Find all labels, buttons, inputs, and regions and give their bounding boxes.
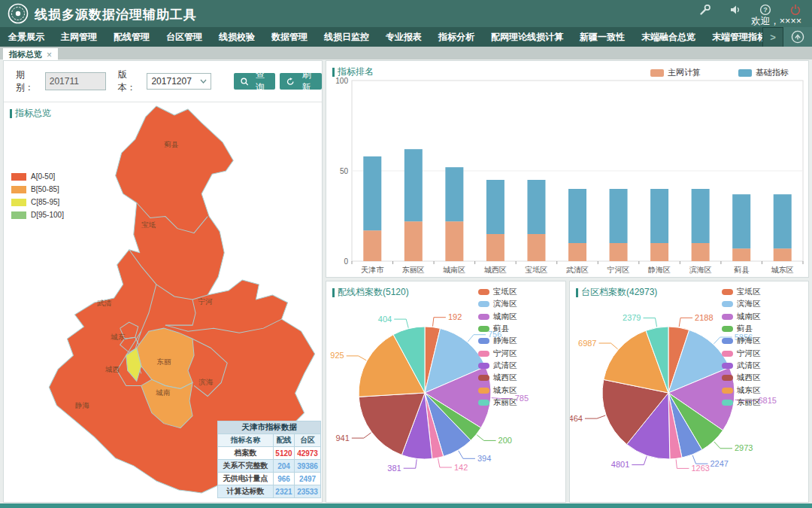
pie-legend-item-蓟县[interactable]: 蓟县 xyxy=(722,323,761,335)
legend-swatch xyxy=(11,186,26,193)
legend-label: 蓟县 xyxy=(493,324,509,334)
nav-item-线损校验[interactable]: 线损校验 xyxy=(211,27,263,47)
footer-strip xyxy=(0,503,812,508)
table-header-cell: 台区 xyxy=(295,434,321,447)
pie-legend-item-宁河区[interactable]: 宁河区 xyxy=(478,347,517,359)
pie-legend-item-宝坻区[interactable]: 宝坻区 xyxy=(722,286,761,298)
nav-item-配线管理[interactable]: 配线管理 xyxy=(105,27,158,47)
nav-item-配网理论线损计算[interactable]: 配网理论线损计算 xyxy=(483,27,571,47)
map-region-label-宝坻: 宝坻 xyxy=(141,221,156,229)
pie-legend-item-宁河区[interactable]: 宁河区 xyxy=(722,347,761,359)
table-row: 无供电计量点9662497 xyxy=(218,473,321,485)
legend-swatch xyxy=(478,351,489,357)
map-region-label-城南: 城南 xyxy=(155,388,170,397)
table-row: 计算达标数232123533 xyxy=(218,485,321,498)
table-cell-name: 计算达标数 xyxy=(218,485,274,498)
x-category-label: 武清区 xyxy=(566,266,589,274)
pie-value-label: 6815 xyxy=(759,396,777,405)
table-title-row: 天津市指标数据 xyxy=(218,421,321,434)
pie-legend-item-武清区[interactable]: 武清区 xyxy=(478,360,517,372)
app-logo xyxy=(8,3,29,24)
pie-label-line xyxy=(692,455,707,464)
pie-legend-item-城西区[interactable]: 城西区 xyxy=(478,372,517,384)
legend-label: 东丽区 xyxy=(493,397,517,408)
pie-value-label: 200 xyxy=(498,436,512,445)
nav-item-专业报表[interactable]: 专业报表 xyxy=(377,27,430,47)
nav-item-台区管理[interactable]: 台区管理 xyxy=(158,27,211,47)
tab-close-icon[interactable]: × xyxy=(47,50,52,60)
legend-swatch xyxy=(722,351,733,357)
map-region-label-静海: 静海 xyxy=(74,401,90,409)
period-label: 期别： xyxy=(16,68,42,94)
pie-legend-item-武清区[interactable]: 武清区 xyxy=(722,360,761,372)
nav-item-末端融合总览[interactable]: 末端融合总览 xyxy=(633,27,704,47)
version-select-value: 20171207 xyxy=(151,76,191,87)
station-archive-panel: 台区档案数(42973) 218858566815297322471263480… xyxy=(569,281,809,503)
nav-item-数据管理[interactable]: 数据管理 xyxy=(263,27,316,47)
pie-legend-item-滨海区[interactable]: 滨海区 xyxy=(478,298,517,310)
legend-swatch xyxy=(478,314,489,320)
pie-legend-item-静海区[interactable]: 静海区 xyxy=(478,335,517,347)
pie-value-label: 941 xyxy=(335,433,349,443)
nav-item-全景展示[interactable]: 全景展示 xyxy=(0,27,53,47)
pie-legend-item-东丽区[interactable]: 东丽区 xyxy=(722,397,761,409)
feeder-archive-legend: 宝坻区滨海区城南区蓟县静海区宁河区武清区城西区城东区东丽区 xyxy=(478,286,517,409)
power-icon[interactable] xyxy=(789,4,801,16)
pie-legend-item-蓟县[interactable]: 蓟县 xyxy=(478,323,517,335)
divider xyxy=(4,102,322,102)
search-button[interactable]: 查询 xyxy=(234,73,276,90)
pie-value-label: 6987 xyxy=(578,339,596,348)
feeder-archive-panel: 配线档案数(5120) 1927567852003941423819419254… xyxy=(326,281,566,503)
pie-legend-item-东丽区[interactable]: 东丽区 xyxy=(478,397,517,409)
bar-segment-主网计算 xyxy=(527,234,545,261)
scroll-top-icon[interactable] xyxy=(790,29,805,44)
wrench-icon[interactable] xyxy=(699,4,711,16)
pie-value-label: 925 xyxy=(330,351,344,360)
period-input[interactable] xyxy=(45,72,106,90)
pie-legend-item-城南区[interactable]: 城南区 xyxy=(478,311,517,323)
legend-swatch xyxy=(478,363,489,369)
nav-item-新疆一致性[interactable]: 新疆一致性 xyxy=(571,27,633,47)
bar-segment-基础指标 xyxy=(692,189,710,243)
x-category-label: 静海区 xyxy=(647,266,671,274)
pie-label-line xyxy=(599,343,618,349)
search-button-label: 查询 xyxy=(251,68,268,94)
pie-legend-item-静海区[interactable]: 静海区 xyxy=(722,335,761,347)
pie-legend-item-城东区[interactable]: 城东区 xyxy=(722,384,761,396)
legend-swatch xyxy=(722,314,733,320)
pie-legend-item-滨海区[interactable]: 滨海区 xyxy=(722,298,761,310)
pie-legend-item-宝坻区[interactable]: 宝坻区 xyxy=(478,286,517,298)
pie-label-line xyxy=(459,451,475,458)
tab-indicator-overview[interactable]: 指标总览 × xyxy=(3,48,58,61)
nav-item-主网管理[interactable]: 主网管理 xyxy=(53,27,105,47)
pie-value-label: 394 xyxy=(477,454,491,463)
nav-item-末端管理指标[interactable]: 末端管理指标 xyxy=(704,27,762,47)
legend-label: 城南区 xyxy=(737,312,761,322)
table-cell-peixian: 204 xyxy=(273,460,294,473)
table-cell-name: 档案数 xyxy=(218,447,274,460)
nav-item-线损日监控[interactable]: 线损日监控 xyxy=(316,27,377,47)
pie-legend-item-城东区[interactable]: 城东区 xyxy=(478,384,517,396)
legend-swatch xyxy=(478,400,489,406)
pie-label-line xyxy=(676,459,689,468)
table-cell-taiqu: 42973 xyxy=(295,447,321,460)
table-header-row: 指标名称配线台区 xyxy=(218,434,321,447)
legend-swatch xyxy=(722,289,733,295)
legend-label: 城东区 xyxy=(493,385,517,396)
version-select[interactable]: 20171207 xyxy=(147,73,211,90)
refresh-button[interactable]: 刷新 xyxy=(280,73,322,90)
legend-swatch xyxy=(722,400,733,406)
table-row: 档案数512042973 xyxy=(218,447,321,460)
help-icon[interactable]: ? xyxy=(759,4,771,16)
bar-segment-基础指标 xyxy=(610,189,628,243)
pie-value-label: 381 xyxy=(387,464,401,473)
pie-legend-item-城西区[interactable]: 城西区 xyxy=(722,372,761,384)
nav-more-button[interactable]: > xyxy=(762,27,783,47)
bar-segment-主网计算 xyxy=(692,243,710,261)
legend-swatch xyxy=(478,289,489,295)
speaker-icon[interactable] xyxy=(729,4,741,16)
nav-item-指标分析[interactable]: 指标分析 xyxy=(430,27,483,47)
x-category-label: 城东区 xyxy=(771,266,794,274)
pie-legend-item-城南区[interactable]: 城南区 xyxy=(722,311,761,323)
map-region-label-城西: 城西 xyxy=(105,365,120,373)
